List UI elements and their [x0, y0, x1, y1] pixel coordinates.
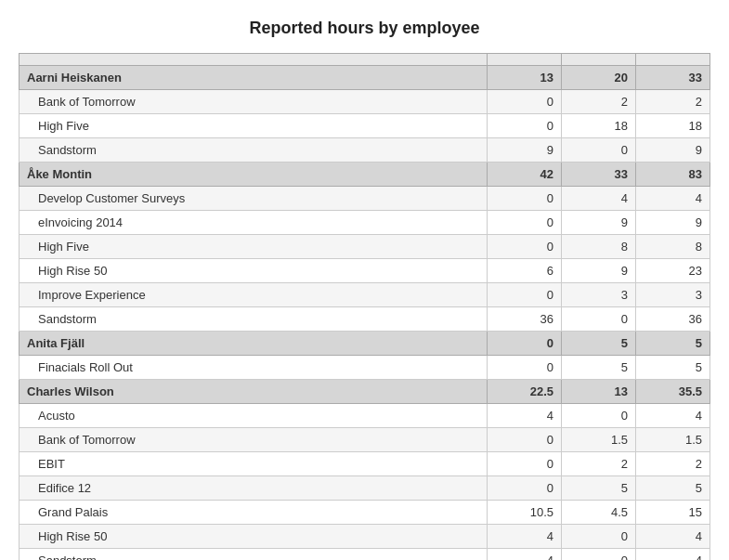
open-value: 9 [562, 259, 636, 283]
project-name: Bank of Tomorrow [20, 90, 488, 114]
open-value: 0 [562, 525, 636, 549]
table-row: High Rise 50404 [20, 525, 710, 549]
total-value: 23 [636, 259, 710, 283]
project-name: High Five [20, 235, 488, 259]
hours-table: Aarni Heiskanen132033Bank of Tomorrow022… [19, 53, 710, 560]
total-value: 2 [636, 452, 710, 476]
approved-value: 13 [488, 66, 562, 90]
table-row: Edifice 12055 [20, 476, 710, 501]
open-value: 9 [562, 211, 636, 235]
approved-value: 42 [488, 163, 562, 187]
approved-value: 10.5 [488, 501, 562, 525]
open-value: 0 [562, 307, 636, 332]
total-value: 2 [636, 90, 710, 114]
total-value: 36 [636, 307, 710, 332]
total-value: 4 [636, 549, 710, 561]
total-value: 9 [636, 138, 710, 163]
total-value: 83 [636, 163, 710, 187]
table-row: High Five088 [20, 235, 710, 259]
open-value: 33 [562, 163, 636, 187]
approved-value: 36 [488, 307, 562, 332]
approved-value: 0 [488, 476, 562, 501]
table-row: Acusto404 [20, 404, 710, 428]
approved-value: 0 [488, 211, 562, 235]
employee-name: Anita Fjäll [20, 332, 488, 356]
approved-value: 0 [488, 332, 562, 356]
open-value: 18 [562, 114, 636, 138]
table-row: Sandstorm404 [20, 549, 710, 561]
total-value: 33 [636, 66, 710, 90]
approved-value: 0 [488, 187, 562, 211]
project-name: Sandstorm [20, 549, 488, 561]
project-name: High Five [20, 114, 488, 138]
page-title: Reported hours by employee [19, 19, 710, 38]
total-value: 5 [636, 332, 710, 356]
approved-value: 0 [488, 356, 562, 380]
table-row: Åke Montin423383 [20, 163, 710, 187]
approved-value: 9 [488, 138, 562, 163]
project-name: Sandstorm [20, 138, 488, 163]
open-value: 0 [562, 138, 636, 163]
table-row: EBIT022 [20, 452, 710, 476]
total-value: 4 [636, 525, 710, 549]
approved-value: 4 [488, 404, 562, 428]
total-value: 3 [636, 283, 710, 307]
employee-name: Aarni Heiskanen [20, 66, 488, 90]
project-name: eInvoicing 2014 [20, 211, 488, 235]
open-value: 5 [562, 356, 636, 380]
open-value: 0 [562, 404, 636, 428]
table-row: High Five01818 [20, 114, 710, 138]
open-value: 20 [562, 66, 636, 90]
open-value: 4.5 [562, 501, 636, 525]
total-value: 18 [636, 114, 710, 138]
open-value: 8 [562, 235, 636, 259]
approved-value: 0 [488, 452, 562, 476]
col-header-open [562, 54, 636, 66]
approved-value: 6 [488, 259, 562, 283]
project-name: High Rise 50 [20, 525, 488, 549]
project-name: Edifice 12 [20, 476, 488, 501]
approved-value: 4 [488, 549, 562, 561]
total-value: 4 [636, 404, 710, 428]
employee-name: Charles Wilson [20, 380, 488, 404]
approved-value: 0 [488, 428, 562, 452]
open-value: 2 [562, 90, 636, 114]
project-name: Grand Palais [20, 501, 488, 525]
approved-value: 0 [488, 235, 562, 259]
approved-value: 0 [488, 283, 562, 307]
total-value: 15 [636, 501, 710, 525]
total-value: 5 [636, 476, 710, 501]
table-row: Develop Customer Surveys044 [20, 187, 710, 211]
table-row: Bank of Tomorrow022 [20, 90, 710, 114]
table-row: Finacials Roll Out055 [20, 356, 710, 380]
table-row: Charles Wilson22.51335.5 [20, 380, 710, 404]
total-value: 8 [636, 235, 710, 259]
project-name: Sandstorm [20, 307, 488, 332]
open-value: 13 [562, 380, 636, 404]
col-header-total [636, 54, 710, 66]
total-value: 5 [636, 356, 710, 380]
project-name: Develop Customer Surveys [20, 187, 488, 211]
table-row: Bank of Tomorrow01.51.5 [20, 428, 710, 452]
open-value: 5 [562, 476, 636, 501]
approved-value: 0 [488, 114, 562, 138]
table-header-row [20, 54, 710, 66]
table-row: Sandstorm36036 [20, 307, 710, 332]
approved-value: 0 [488, 90, 562, 114]
open-value: 5 [562, 332, 636, 356]
approved-value: 4 [488, 525, 562, 549]
table-row: Aarni Heiskanen132033 [20, 66, 710, 90]
project-name: High Rise 50 [20, 259, 488, 283]
project-name: Finacials Roll Out [20, 356, 488, 380]
total-value: 9 [636, 211, 710, 235]
project-name: EBIT [20, 452, 488, 476]
approved-value: 22.5 [488, 380, 562, 404]
project-name: Bank of Tomorrow [20, 428, 488, 452]
open-value: 3 [562, 283, 636, 307]
open-value: 2 [562, 452, 636, 476]
open-value: 4 [562, 187, 636, 211]
open-value: 0 [562, 549, 636, 561]
table-row: Improve Experience033 [20, 283, 710, 307]
col-header-approved [488, 54, 562, 66]
open-value: 1.5 [562, 428, 636, 452]
